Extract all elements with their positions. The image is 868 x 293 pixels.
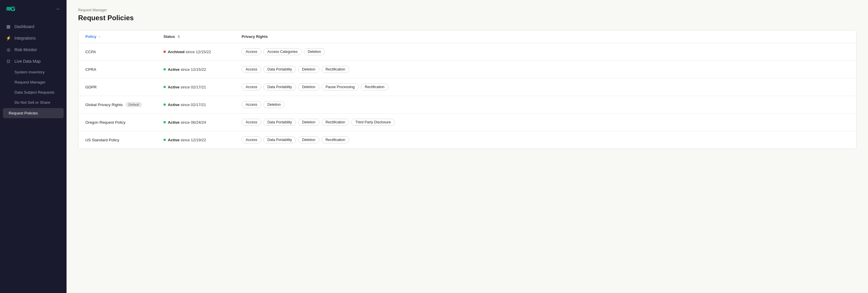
- policy-name: CPRA: [85, 67, 96, 72]
- table-row[interactable]: US Standard PolicyActive since 12/19/22A…: [79, 131, 856, 149]
- table-row[interactable]: CCPAArchived since 12/15/22AccessAccess …: [79, 43, 856, 61]
- col-privacy-rights: Privacy Rights: [235, 30, 856, 43]
- sidebar-item-risk-monitor[interactable]: ◎ Risk Monitor: [0, 44, 66, 56]
- col-policy[interactable]: Policy ↑: [79, 30, 157, 43]
- sidebar-sub-label: Data Subject Requests: [14, 90, 54, 95]
- rights-cell: AccessDeletion: [235, 96, 856, 114]
- right-tag: Access: [242, 66, 261, 73]
- sidebar: ≋G ← ▦ Dashboard ⚡ Integrations ◎ Risk M…: [0, 0, 66, 293]
- live-data-map-icon: ⊡: [6, 59, 11, 64]
- sidebar-sub-label: System Inventory: [14, 70, 44, 74]
- status-label: Active since 02/17/21: [168, 103, 206, 107]
- policy-cell: GDPR: [79, 78, 157, 96]
- right-tag: Rectification: [321, 66, 349, 73]
- sidebar-item-request-policies[interactable]: Request Policies: [3, 108, 64, 118]
- sidebar-item-label: Risk Monitor: [14, 47, 37, 52]
- table-row[interactable]: Oregon Request PolicyActive since 06/24/…: [79, 114, 856, 131]
- sidebar-item-live-data-map[interactable]: ⊡ Live Data Map: [0, 56, 66, 67]
- sort-neutral-icon: ⇅: [177, 35, 180, 39]
- right-tag: Data Portability: [263, 66, 296, 73]
- right-tag: Deletion: [298, 136, 319, 143]
- policy-name: Oregon Request Policy: [85, 120, 126, 124]
- breadcrumb: Request Manager: [78, 8, 857, 12]
- sidebar-item-label: Integrations: [14, 36, 36, 40]
- rights-cell: AccessData PortabilityDeletionPause Proc…: [235, 78, 856, 96]
- sidebar-item-label: Live Data Map: [14, 59, 40, 64]
- right-tag: Deletion: [298, 83, 319, 90]
- status-dot: [163, 104, 166, 106]
- main-content: Request Manager Request Policies Policy …: [66, 0, 868, 293]
- table-row[interactable]: GDPRActive since 02/17/21AccessData Port…: [79, 78, 856, 96]
- col-policy-label: Policy: [85, 34, 96, 39]
- right-tag: Access: [242, 48, 261, 55]
- policy-name: Global Privacy Rights: [85, 103, 123, 107]
- right-tag: Access Categories: [263, 48, 302, 55]
- right-tag: Access: [242, 119, 261, 126]
- status-label: Active since 12/19/22: [168, 138, 206, 142]
- status-cell: Active since 12/19/22: [157, 131, 235, 149]
- right-tag: Deletion: [304, 48, 325, 55]
- dashboard-icon: ▦: [6, 24, 11, 29]
- status-cell: Active since 06/24/24: [157, 114, 235, 131]
- status-label: Archived since 12/15/22: [168, 50, 211, 54]
- status-cell: Archived since 12/15/22: [157, 43, 235, 61]
- right-tag: Access: [242, 83, 261, 90]
- sidebar-sub-label: Request Policies: [9, 111, 38, 115]
- right-tag: Deletion: [263, 101, 285, 108]
- rights-cell: AccessData PortabilityDeletionRectificat…: [235, 61, 856, 78]
- sidebar-sub-label: Request Manager: [14, 80, 45, 84]
- sidebar-item-do-not-sell[interactable]: Do Not Sell or Share: [0, 97, 66, 108]
- status-dot: [163, 139, 166, 141]
- rights-cell: AccessData PortabilityDeletionRectificat…: [235, 131, 856, 149]
- sidebar-item-system-inventory[interactable]: System Inventory: [0, 67, 66, 77]
- policy-cell: CPRA: [79, 61, 157, 78]
- policy-cell: US Standard Policy: [79, 131, 157, 149]
- policy-cell: Oregon Request Policy: [79, 114, 157, 131]
- status-label: Active since 06/24/24: [168, 120, 206, 124]
- sidebar-nav: ▦ Dashboard ⚡ Integrations ◎ Risk Monito…: [0, 18, 66, 293]
- policy-name: US Standard Policy: [85, 138, 119, 142]
- status-label: Active since 12/15/22: [168, 67, 206, 72]
- page-title: Request Policies: [78, 14, 857, 22]
- right-tag: Rectification: [361, 83, 389, 90]
- status-dot: [163, 68, 166, 71]
- sidebar-item-request-manager[interactable]: Request Manager: [0, 77, 66, 87]
- right-tag: Third Party Disclosure: [351, 119, 395, 126]
- sidebar-item-integrations[interactable]: ⚡ Integrations: [0, 32, 66, 44]
- col-status-label: Status: [163, 34, 175, 39]
- default-badge: Default: [126, 102, 142, 107]
- sidebar-item-label: Dashboard: [14, 24, 34, 29]
- right-tag: Access: [242, 101, 261, 108]
- right-tag: Deletion: [298, 66, 319, 73]
- sidebar-item-data-subject-requests[interactable]: Data Subject Requests: [0, 87, 66, 97]
- right-tag: Data Portability: [263, 119, 296, 126]
- table-row[interactable]: CPRAActive since 12/15/22AccessData Port…: [79, 61, 856, 78]
- status-cell: Active since 02/17/21: [157, 96, 235, 114]
- sort-up-icon: ↑: [99, 35, 101, 38]
- integrations-icon: ⚡: [6, 36, 11, 41]
- policy-cell: CCPA: [79, 43, 157, 61]
- status-cell: Active since 02/17/21: [157, 78, 235, 96]
- policy-cell: Global Privacy RightsDefault: [79, 96, 157, 114]
- sidebar-logo: ≋G ←: [0, 0, 66, 18]
- logo-icon: ≋G: [6, 5, 15, 13]
- rights-cell: AccessData PortabilityDeletionRectificat…: [235, 114, 856, 131]
- sidebar-sub-label: Do Not Sell or Share: [14, 100, 50, 105]
- right-tag: Pause Processing: [321, 83, 359, 90]
- right-tag: Access: [242, 136, 261, 143]
- col-status[interactable]: Status ⇅: [157, 30, 235, 43]
- policy-name: GDPR: [85, 85, 97, 89]
- risk-monitor-icon: ◎: [6, 47, 11, 52]
- policy-name: CCPA: [85, 50, 96, 54]
- back-icon[interactable]: ←: [56, 6, 61, 12]
- right-tag: Data Portability: [263, 136, 296, 143]
- status-dot: [163, 86, 166, 88]
- status-dot: [163, 121, 166, 123]
- policies-table: Policy ↑ Status ⇅ Privacy Rights CCPAArc…: [78, 30, 857, 149]
- table-row[interactable]: Global Privacy RightsDefaultActive since…: [79, 96, 856, 114]
- right-tag: Deletion: [298, 119, 319, 126]
- rights-cell: AccessAccess CategoriesDeletion: [235, 43, 856, 61]
- sidebar-item-dashboard[interactable]: ▦ Dashboard: [0, 21, 66, 32]
- right-tag: Rectification: [321, 119, 349, 126]
- status-cell: Active since 12/15/22: [157, 61, 235, 78]
